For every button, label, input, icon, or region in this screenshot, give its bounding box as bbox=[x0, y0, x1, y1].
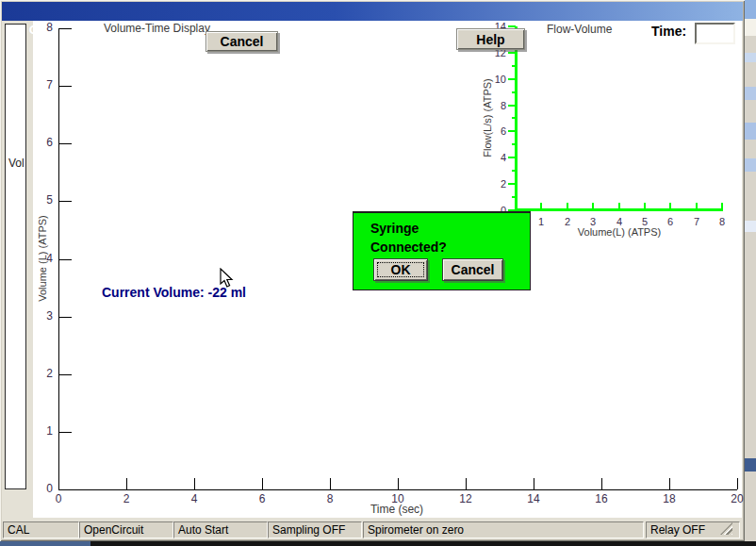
background-fragment bbox=[745, 221, 756, 232]
background-fragment bbox=[745, 19, 756, 36]
fv-y-tick-label: 6 bbox=[487, 124, 506, 138]
fv-x-tick bbox=[592, 203, 594, 209]
fv-y-minor-tick bbox=[512, 91, 516, 93]
fv-y-tick bbox=[508, 183, 516, 185]
status-panel-opencircuit[interactable]: OpenCircuit bbox=[79, 521, 173, 538]
time-input[interactable] bbox=[695, 23, 735, 44]
fv-x-tick bbox=[567, 203, 568, 209]
taskbar-strip bbox=[0, 541, 756, 546]
fv-y-minor-tick bbox=[512, 170, 516, 172]
background-fragment bbox=[745, 123, 756, 140]
app-window: OMI Spirometry Main Program - Version 5.… bbox=[0, 0, 745, 541]
fv-x-tick-label: 1 bbox=[530, 215, 552, 228]
fv-y-tick-label: 2 bbox=[487, 177, 506, 190]
fv-x-tick bbox=[540, 203, 542, 209]
fv-y-tick bbox=[508, 130, 516, 132]
status-panel-spirometer-message: Spirometer on zero bbox=[363, 521, 644, 538]
fv-y-tick bbox=[508, 52, 516, 54]
background-fragment bbox=[745, 53, 756, 62]
fv-x-tick-label: 5 bbox=[633, 215, 656, 228]
fv-x-tick bbox=[644, 203, 646, 209]
fv-x-tick-label: 3 bbox=[582, 215, 604, 228]
mouse-cursor-icon bbox=[220, 268, 235, 289]
fv-x-tick-label: 8 bbox=[711, 215, 733, 228]
fv-y-minor-tick bbox=[512, 143, 516, 145]
fv-y-minor-tick bbox=[512, 117, 516, 119]
cancel-button[interactable]: Cancel bbox=[205, 31, 278, 52]
fv-y-tick bbox=[508, 105, 516, 107]
fv-y-tick-label: 10 bbox=[487, 73, 506, 86]
fv-y-tick-label: 4 bbox=[487, 151, 506, 164]
status-panel-cal[interactable]: CAL bbox=[3, 521, 79, 538]
syringe-dialog: Syringe Connected? OK Cancel bbox=[353, 211, 531, 290]
dialog-ok-button[interactable]: OK bbox=[373, 258, 428, 281]
background-fragment bbox=[745, 87, 756, 100]
fv-x-tick-label: 4 bbox=[608, 215, 631, 228]
dialog-message-line2: Connected? bbox=[370, 238, 447, 256]
fv-x-tick bbox=[618, 203, 620, 209]
fv-x-tick bbox=[721, 203, 723, 209]
background-fragment bbox=[745, 158, 756, 172]
fv-y-minor-tick bbox=[512, 196, 516, 198]
fv-x-tick bbox=[696, 203, 698, 209]
fv-x-tick-label: 2 bbox=[556, 215, 579, 228]
dialog-message-line1: Syringe bbox=[370, 219, 447, 238]
background-fragment bbox=[745, 0, 756, 19]
status-panel-sampling[interactable]: Sampling OFF bbox=[268, 521, 362, 538]
time-label: Time: bbox=[651, 24, 686, 39]
fv-y-tick bbox=[508, 25, 516, 27]
fv-y-tick-label: 8 bbox=[487, 99, 506, 112]
background-window-strip bbox=[745, 0, 756, 546]
dialog-message: Syringe Connected? bbox=[370, 219, 447, 256]
screen: OMI Spirometry Main Program - Version 5.… bbox=[0, 0, 756, 546]
taskbar-button-fragment bbox=[0, 541, 90, 546]
status-panel-autostart[interactable]: Auto Start bbox=[173, 521, 268, 538]
help-button[interactable]: Help bbox=[456, 28, 525, 50]
fv-y-tick bbox=[508, 157, 516, 158]
fv-y-minor-tick bbox=[512, 65, 516, 67]
dialog-cancel-button[interactable]: Cancel bbox=[442, 258, 503, 281]
fv-x-tick bbox=[669, 203, 671, 209]
fv-x-tick-label: 6 bbox=[659, 215, 682, 228]
fv-x-tick-label: 7 bbox=[685, 215, 708, 228]
fv-y-tick bbox=[508, 78, 516, 80]
background-fragment bbox=[745, 458, 756, 472]
fv-plot-title: Flow-Volume bbox=[547, 23, 612, 36]
